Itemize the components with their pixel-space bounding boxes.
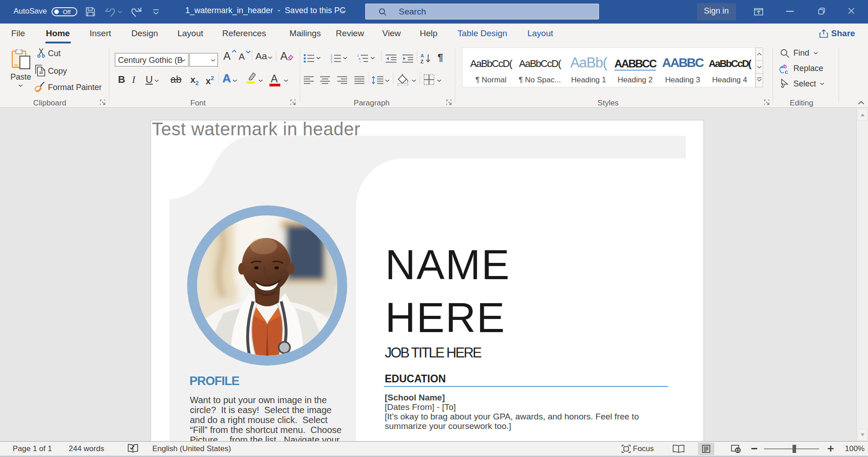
svg-text:a: a [359, 57, 360, 60]
svg-text:A: A [420, 53, 424, 58]
svg-text:1: 1 [330, 54, 332, 57]
svg-text:2: 2 [330, 57, 332, 60]
svg-text:1: 1 [357, 54, 359, 57]
svg-text:i: i [360, 60, 361, 63]
svg-text:c: c [785, 69, 788, 75]
svg-text:3: 3 [330, 60, 332, 63]
svg-text:Z: Z [420, 59, 424, 64]
